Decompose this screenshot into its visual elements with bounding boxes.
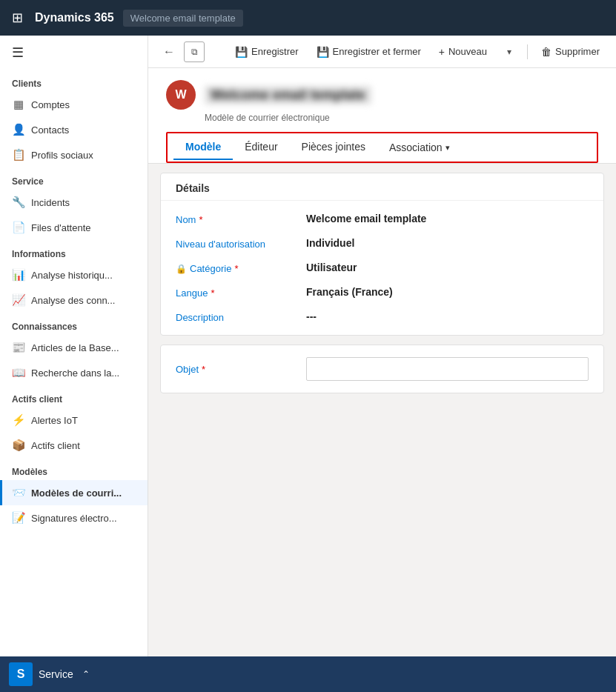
sidebar-item-incidents[interactable]: 🔧 Incidents: [0, 190, 148, 215]
record-subtitle: Modèle de courrier électronique: [205, 113, 598, 123]
sidebar: ☰ Clients ▦ Comptes 👤 Contacts 📋 Profils…: [0, 36, 148, 656]
tab-pieces-jointes[interactable]: Pièces jointes: [290, 135, 377, 160]
description-label-text: Description: [176, 312, 224, 323]
waffle-icon[interactable]: ⊞: [9, 7, 26, 29]
sidebar-item-analyse-historique[interactable]: 📊 Analyse historiqu...: [0, 262, 148, 287]
record-name: Welcome email template: [205, 86, 371, 104]
analyse-hist-icon: 📊: [12, 268, 25, 282]
sidebar-item-actifs-client[interactable]: 📦 Actifs client: [0, 433, 148, 458]
field-langue: Langue * Français (France): [161, 280, 603, 305]
sidebar-item-files-attente[interactable]: 📄 Files d'attente: [0, 215, 148, 240]
field-value-niveau: Individuel: [306, 237, 589, 249]
restore-button[interactable]: ⧉: [184, 41, 205, 62]
sidebar-item-articles[interactable]: 📰 Articles de la Base...: [0, 335, 148, 360]
sidebar-label-incidents: Incidents: [31, 197, 70, 208]
topbar: ⊞ Dynamics 365 Welcome email template: [0, 0, 616, 36]
field-value-nom: Welcome email template: [306, 213, 589, 224]
nom-label-text: Nom: [176, 214, 196, 225]
sidebar-item-comptes[interactable]: ▦ Comptes: [0, 92, 148, 117]
niveau-label-text: Niveau d'autorisation: [176, 239, 265, 250]
details-header: Détails: [161, 173, 603, 201]
field-label-nom: Nom *: [176, 213, 294, 225]
back-button[interactable]: ←: [157, 40, 181, 64]
save-close-label: Enregistrer et fermer: [333, 46, 421, 57]
sidebar-label-recherche: Recherche dans la...: [31, 367, 119, 379]
sidebar-label-comptes: Comptes: [31, 99, 70, 110]
sidebar-section-clients: Clients: [0, 70, 148, 92]
sidebar-item-modeles-courri[interactable]: 📨 Modèles de courri...: [0, 480, 148, 505]
signatures-icon: 📝: [12, 511, 25, 525]
topbar-breadcrumb: Welcome email template: [123, 10, 243, 27]
app-title: Dynamics 365: [35, 11, 114, 24]
field-label-niveau: Niveau d'autorisation: [176, 237, 294, 250]
new-button[interactable]: + Nouveau: [431, 41, 494, 62]
sidebar-section-actifs: Actifs client: [0, 385, 148, 407]
bottom-nav-chevron-icon[interactable]: ⌃: [82, 669, 90, 679]
objet-section: Objet *: [160, 345, 604, 393]
main-layout: ☰ Clients ▦ Comptes 👤 Contacts 📋 Profils…: [0, 36, 616, 656]
sidebar-item-alertes-iot[interactable]: ⚡ Alertes IoT: [0, 407, 148, 433]
sidebar-section-service: Service: [0, 167, 148, 190]
sidebar-label-profils: Profils sociaux: [31, 150, 93, 161]
sidebar-label-signatures: Signatures électro...: [31, 513, 117, 524]
files-icon: 📄: [12, 221, 25, 234]
field-label-description: Description: [176, 310, 294, 323]
sidebar-label-files: Files d'attente: [31, 222, 91, 233]
comptes-icon: ▦: [12, 98, 25, 111]
tab-association-label: Association: [389, 142, 443, 153]
new-label: Nouveau: [448, 46, 487, 57]
field-nom: Nom * Welcome email template: [161, 207, 603, 231]
categorie-label-text: Catégorie: [190, 263, 231, 274]
tabs-container: Modèle Éditeur Pièces jointes Associatio…: [166, 132, 598, 163]
field-label-categorie: 🔒 Catégorie *: [176, 262, 294, 274]
sidebar-label-analyse-conn: Analyse des conn...: [31, 295, 115, 306]
chevron-down-icon: ▾: [446, 143, 450, 153]
objet-input[interactable]: [306, 357, 589, 381]
tab-association-dropdown[interactable]: Association ▾: [377, 136, 462, 159]
cmd-divider: [527, 44, 528, 59]
bottom-nav-label: Service: [39, 668, 73, 680]
sidebar-item-contacts[interactable]: 👤 Contacts: [0, 117, 148, 142]
langue-required-star: *: [211, 287, 214, 299]
dropdown-button[interactable]: ▾: [497, 40, 521, 64]
delete-icon: 🗑: [541, 46, 552, 58]
field-categorie: 🔒 Catégorie * Utilisateur: [161, 256, 603, 280]
sidebar-item-signatures[interactable]: 📝 Signatures électro...: [0, 505, 148, 530]
bottom-nav-avatar-letter: S: [17, 668, 25, 681]
sidebar-section-informations: Informations: [0, 240, 148, 262]
sidebar-label-contacts: Contacts: [31, 124, 69, 136]
profils-icon: 📋: [12, 148, 25, 162]
record-avatar: W: [166, 80, 196, 110]
tab-modele[interactable]: Modèle: [173, 135, 233, 160]
sidebar-item-analyse-conn[interactable]: 📈 Analyse des conn...: [0, 287, 148, 313]
alertes-iot-icon: ⚡: [12, 413, 25, 427]
save-close-button[interactable]: 💾 Enregistrer et fermer: [309, 41, 428, 62]
delete-button[interactable]: 🗑 Supprimer: [534, 41, 607, 62]
field-value-categorie: Utilisateur: [306, 262, 589, 273]
objet-label-text: Objet: [176, 364, 199, 375]
tab-editeur[interactable]: Éditeur: [233, 135, 289, 160]
objet-required-star: *: [202, 364, 205, 375]
record-header: W Welcome email template Modèle de courr…: [148, 68, 616, 164]
hamburger-button[interactable]: ☰: [0, 36, 148, 70]
sidebar-item-recherche[interactable]: 📖 Recherche dans la...: [0, 360, 148, 385]
field-niveau: Niveau d'autorisation Individuel: [161, 231, 603, 256]
bottom-nav: S Service ⌃: [0, 656, 616, 692]
sidebar-item-profils-sociaux[interactable]: 📋 Profils sociaux: [0, 142, 148, 167]
objet-row: Objet *: [176, 357, 589, 381]
recherche-icon: 📖: [12, 366, 25, 379]
save-icon: 💾: [235, 46, 248, 58]
articles-icon: 📰: [12, 341, 25, 354]
nom-required-star: *: [199, 214, 202, 225]
save-button[interactable]: 💾 Enregistrer: [228, 41, 306, 62]
record-title-row: W Welcome email template: [166, 80, 598, 110]
page-content: W Welcome email template Modèle de courr…: [148, 68, 616, 656]
analyse-conn-icon: 📈: [12, 293, 25, 307]
langue-label-text: Langue: [176, 287, 208, 299]
contacts-icon: 👤: [12, 123, 25, 136]
sidebar-label-alertes-iot: Alertes IoT: [31, 415, 78, 426]
categorie-required-star: *: [234, 263, 238, 274]
sidebar-label-analyse-hist: Analyse historiqu...: [31, 270, 113, 281]
save-label: Enregistrer: [251, 46, 299, 57]
details-body: Nom * Welcome email template Niveau d'au…: [161, 201, 603, 335]
